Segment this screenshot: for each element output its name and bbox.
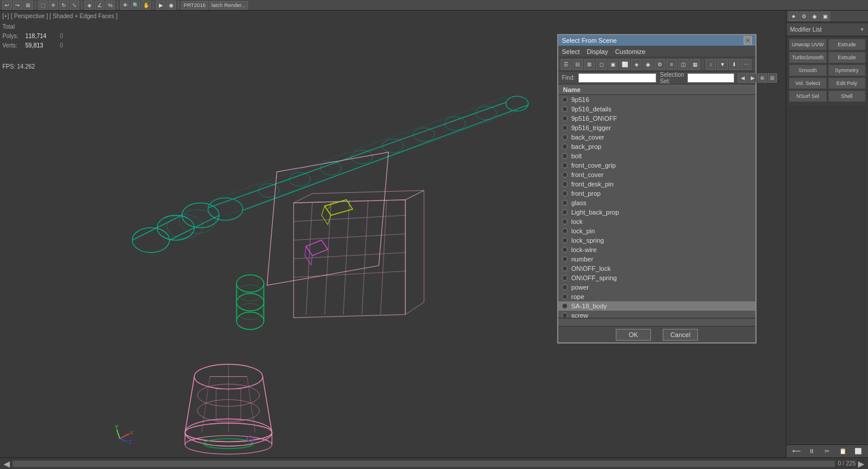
list-item-radio: [562, 162, 568, 168]
list-item[interactable]: bolt: [558, 151, 755, 161]
list-item[interactable]: front_cove_grip: [558, 161, 755, 170]
list-item-radio: [562, 106, 568, 112]
toolbar-icon-select[interactable]: ⬚: [38, 1, 48, 10]
list-item[interactable]: ON\OFF_spring: [558, 273, 755, 283]
status-next-arrow[interactable]: ▶: [858, 459, 864, 468]
list-item[interactable]: lock-wire: [558, 245, 755, 254]
list-item[interactable]: lock_pin: [558, 226, 755, 236]
list-item[interactable]: 9p516_details: [558, 104, 755, 114]
status-prev-arrow[interactable]: ◀: [4, 459, 10, 468]
list-item[interactable]: back_cover: [558, 132, 755, 142]
dialog-icon-select-all[interactable]: ☰: [561, 59, 571, 70]
toolbar-icon-material[interactable]: ◉: [167, 1, 176, 10]
toolbar-icon-percent[interactable]: %: [106, 1, 115, 10]
toolbar-icon-snap[interactable]: ◈: [84, 1, 94, 10]
rp-icon-2[interactable]: ⚙: [799, 12, 809, 21]
dialog-titlebar[interactable]: Select From Scene ×: [558, 35, 755, 46]
toolbar-icon-1[interactable]: ↩: [2, 1, 12, 10]
dialog-icon-filter2[interactable]: ▣: [608, 59, 618, 70]
status-progress-bar[interactable]: [12, 460, 835, 467]
rp-icon-4[interactable]: ▣: [820, 12, 830, 21]
find-btn-1[interactable]: ◀: [738, 73, 747, 83]
toolbar-icon-render[interactable]: ▶: [156, 1, 165, 10]
find-input[interactable]: [578, 73, 656, 83]
dialog-close-button[interactable]: ×: [744, 36, 752, 45]
selection-set-input[interactable]: [687, 73, 734, 83]
dialog-icon-filter3[interactable]: ⬜: [619, 59, 630, 70]
nav-icon-3[interactable]: ✂: [822, 446, 832, 457]
toolbar-icon-rotate[interactable]: ↻: [59, 1, 69, 10]
list-item[interactable]: screw: [558, 311, 755, 318]
viewport[interactable]: [+] [ Perspective ] [ Shaded + Edged Fac…: [0, 11, 786, 457]
nav-icon-5[interactable]: ⬜: [853, 446, 863, 457]
dialog-menu-display[interactable]: Display: [587, 47, 608, 56]
list-item[interactable]: lock_spring: [558, 236, 755, 245]
dialog-icon-filter5[interactable]: ◉: [643, 59, 653, 70]
list-item[interactable]: Light_back_prop: [558, 208, 755, 217]
list-item-name: lock_pin: [571, 227, 595, 235]
modifier-btn-extrude-1[interactable]: Extrude: [828, 39, 866, 50]
list-item[interactable]: glass: [558, 198, 755, 208]
cancel-button[interactable]: Cancel: [663, 329, 698, 341]
toolbar-icon-view[interactable]: 👁: [120, 1, 130, 10]
list-item[interactable]: rope: [558, 292, 755, 301]
list-item[interactable]: ON\OFF_lock: [558, 264, 755, 273]
list-item[interactable]: back_prop: [558, 142, 755, 151]
dialog-icon-filter8[interactable]: ◫: [678, 59, 689, 70]
modifier-list-header[interactable]: Modifier List ▼: [786, 23, 868, 36]
toolbar-icon-3[interactable]: ⊞: [23, 1, 33, 10]
dialog-icon-filter7[interactable]: ≡: [666, 59, 677, 70]
toolbar-icon-2[interactable]: ↪: [13, 1, 22, 10]
find-btn-2[interactable]: ▶: [748, 73, 757, 83]
dialog-icon-options[interactable]: ⋯: [741, 59, 751, 70]
dialog-icon-sort3[interactable]: ⬇: [729, 59, 740, 70]
list-item[interactable]: SA-18_body: [558, 301, 755, 311]
dialog-icon-filter6[interactable]: ⚙: [655, 59, 665, 70]
dialog-menu-customize[interactable]: Customize: [615, 47, 646, 56]
list-item[interactable]: number: [558, 254, 755, 264]
list-item[interactable]: front_desk_pin: [558, 179, 755, 189]
horizontal-scrollbar[interactable]: [558, 319, 755, 326]
nav-icon-2[interactable]: ⏸: [806, 446, 817, 457]
toolbar-render-label[interactable]: latch Render...: [209, 1, 248, 9]
rp-icon-1[interactable]: ★: [789, 12, 798, 21]
nav-icon-4[interactable]: 📋: [838, 446, 848, 457]
modifier-list-dropdown[interactable]: ▼: [860, 27, 864, 32]
dialog-icon-sort2[interactable]: ▼: [717, 59, 728, 70]
toolbar-icon-zoom[interactable]: 🔍: [131, 1, 140, 10]
ok-button[interactable]: OK: [616, 329, 651, 341]
toolbar-icon-move[interactable]: ✛: [49, 1, 58, 10]
dialog-icon-filter1[interactable]: ◻: [596, 59, 606, 70]
toolbar-icon-scale[interactable]: ⤡: [70, 1, 79, 10]
dialog-icon-sort1[interactable]: ↕: [706, 59, 716, 70]
modifier-btn-smooth[interactable]: Smooth: [789, 64, 827, 76]
modifier-btn-nsurf-sel[interactable]: NSurf Sel: [789, 90, 827, 102]
dialog-icon-none[interactable]: ⊠: [584, 59, 595, 70]
rp-icon-3[interactable]: ◉: [810, 12, 819, 21]
list-item[interactable]: 9p516_trigger: [558, 123, 755, 132]
modifier-btn-edit-poly[interactable]: Edit Poly: [828, 77, 866, 89]
find-btn-3[interactable]: ⊕: [758, 73, 767, 83]
modifier-btn-extrude-2[interactable]: Extrude: [828, 52, 866, 63]
list-item[interactable]: 9p516_ON\OFF: [558, 114, 755, 123]
list-item[interactable]: front_prop: [558, 189, 755, 198]
list-item-radio: [562, 247, 568, 253]
list-item[interactable]: power: [558, 283, 755, 292]
dialog-list[interactable]: 9p5169p516_details9p516_ON\OFF9p516_trig…: [558, 95, 755, 318]
toolbar-icon-angle[interactable]: ∠: [95, 1, 104, 10]
toolbar-icon-pan[interactable]: ✋: [141, 1, 151, 10]
find-btn-4[interactable]: ⊞: [768, 73, 777, 83]
modifier-btn-symmetry[interactable]: Symmetry: [828, 64, 866, 76]
dialog-menu-select[interactable]: Select: [562, 47, 580, 56]
modifier-btn-unwrap-uvw[interactable]: Unwrap UVW: [789, 39, 827, 50]
modifier-btn-turbosmooth[interactable]: TurboSmooth: [789, 52, 827, 63]
list-item[interactable]: front_cover: [558, 170, 755, 179]
modifier-btn-shell[interactable]: Shell: [828, 90, 866, 102]
dialog-icon-filter4[interactable]: ◈: [631, 59, 642, 70]
list-item[interactable]: lock: [558, 217, 755, 226]
dialog-icon-filter9[interactable]: ▦: [690, 59, 700, 70]
nav-icon-1[interactable]: ⟵: [791, 446, 802, 457]
modifier-btn-vol-select[interactable]: Vol. Select: [789, 77, 827, 89]
list-item[interactable]: 9p516: [558, 95, 755, 104]
dialog-icon-invert[interactable]: ⊟: [572, 59, 583, 70]
